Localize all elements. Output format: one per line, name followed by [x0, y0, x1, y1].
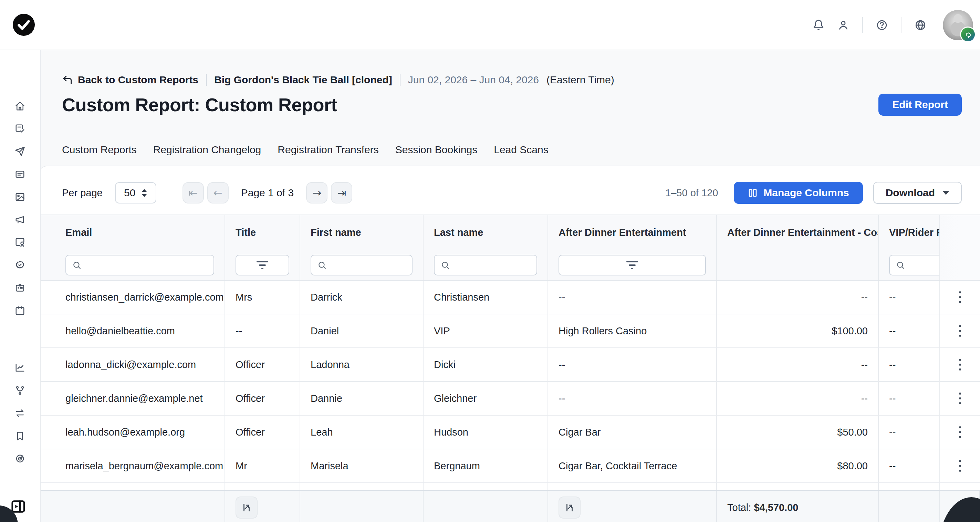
send-icon[interactable]	[15, 146, 25, 157]
cell-first-name: Daniel	[300, 314, 423, 347]
cell-first-name: Marisela	[300, 449, 423, 482]
vip-rider-search-field[interactable]	[909, 259, 940, 271]
page-title: Custom Report: Custom Report	[62, 94, 337, 115]
next-page-button[interactable]: →	[306, 182, 328, 204]
breadcrumb-divider	[400, 74, 401, 86]
title-filter-dropdown[interactable]	[235, 255, 289, 275]
email-search-field[interactable]	[85, 259, 207, 271]
prev-page-icon: ←	[213, 187, 223, 199]
badge-check-icon[interactable]	[15, 260, 25, 270]
tab-registration-transfers[interactable]: Registration Transfers	[278, 144, 379, 156]
manage-columns-label: Manage Columns	[764, 187, 849, 199]
back-link[interactable]: Back to Custom Reports	[62, 74, 198, 86]
column-header-entertainment-cost: After Dinner Entertainment - Cost	[717, 215, 879, 280]
table-row[interactable]: ladonna_dicki@example.com Officer Ladonn…	[41, 348, 980, 382]
cell-last-name: VIP	[423, 314, 548, 347]
checkmark-logo-icon	[13, 13, 35, 36]
app-logo[interactable]	[13, 13, 35, 36]
cell-last-name: Bergnaum	[423, 449, 548, 482]
table-toolbar: Per page 50 ⇤ ← Page 1 of 3 → ⇥ 1–50 of …	[41, 166, 980, 215]
total-label: Total:	[727, 502, 751, 513]
prev-page-button[interactable]: ←	[207, 182, 229, 204]
last-name-search-field[interactable]	[454, 259, 530, 271]
column-label: After Dinner Entertainment	[558, 227, 706, 238]
table-row[interactable]: hello@danielbeattie.com -- Daniel VIP Hi…	[41, 314, 980, 348]
row-menu-kebab-icon[interactable]	[956, 288, 964, 306]
tab-custom-reports[interactable]: Custom Reports	[62, 144, 137, 156]
manage-columns-button[interactable]: Manage Columns	[734, 182, 862, 204]
calendar-icon[interactable]	[15, 306, 25, 316]
card-list-icon[interactable]	[15, 169, 25, 180]
table-row-partial	[41, 483, 980, 490]
cell-entertainment: --	[548, 382, 717, 415]
entertainment-summary-button[interactable]	[558, 497, 581, 519]
nav-sidebar	[0, 50, 41, 522]
tab-registration-changelog[interactable]: Registration Changelog	[153, 144, 261, 156]
row-menu-kebab-icon[interactable]	[956, 457, 964, 475]
cell-email: ladonna_dicki@example.com	[41, 348, 225, 381]
table-row[interactable]: marisela_bergnaum@example.com Mr Marisel…	[41, 449, 980, 483]
row-menu-kebab-icon[interactable]	[956, 321, 964, 340]
last-name-filter-input[interactable]	[434, 255, 537, 275]
table-row[interactable]: leah.hudson@example.org Officer Leah Hud…	[41, 415, 980, 449]
cell-title: Officer	[225, 348, 300, 381]
megaphone-icon[interactable]	[15, 215, 25, 225]
email-filter-input[interactable]	[65, 255, 214, 275]
edit-report-button[interactable]: Edit Report	[878, 94, 962, 116]
first-name-search-field[interactable]	[331, 259, 406, 271]
certificates-icon[interactable]	[15, 237, 25, 248]
transfers-arrows-icon[interactable]	[15, 408, 25, 419]
cell-vip-rider: --	[879, 415, 940, 449]
help-icon[interactable]	[876, 19, 888, 31]
column-header-last-name: Last name	[423, 215, 548, 280]
cell-title: Officer	[225, 382, 300, 415]
registration-form-icon[interactable]	[15, 124, 25, 134]
cell-email: leah.hudson@example.org	[41, 415, 225, 449]
row-menu-kebab-icon[interactable]	[956, 355, 964, 374]
column-label: After Dinner Entertainment - Cost	[727, 227, 868, 238]
last-page-button[interactable]: ⇥	[331, 182, 352, 204]
first-name-filter-input[interactable]	[310, 255, 412, 275]
main-content: Back to Custom Reports Big Gordon's Blac…	[41, 50, 980, 522]
tab-session-bookings[interactable]: Session Bookings	[395, 144, 477, 156]
integrations-fork-icon[interactable]	[15, 385, 25, 396]
home-icon[interactable]	[15, 101, 25, 111]
cell-entertainment: High Rollers Casino	[548, 314, 717, 347]
pagination: ⇤ ← Page 1 of 3 → ⇥	[183, 182, 352, 204]
table-row[interactable]: gleichner.dannie@example.net Officer Dan…	[41, 382, 980, 415]
cell-entertainment-cost: --	[717, 281, 879, 314]
title-summary-button[interactable]	[235, 497, 258, 519]
column-label: First name	[310, 227, 412, 238]
download-button[interactable]: Download	[873, 182, 962, 204]
row-menu-kebab-icon[interactable]	[956, 389, 964, 408]
breadcrumb-divider	[206, 74, 207, 86]
row-menu-kebab-icon[interactable]	[956, 423, 964, 441]
account-user-icon[interactable]	[837, 19, 849, 31]
entertainment-filter-dropdown[interactable]	[558, 255, 706, 275]
event-dates: Jun 02, 2026 – Jun 04, 2026	[408, 74, 539, 86]
cell-email: marisela_bergnaum@example.com	[41, 449, 225, 482]
cell-last-name: Hudson	[423, 415, 548, 449]
cell-first-name: Dannie	[300, 382, 423, 415]
user-avatar[interactable]	[943, 10, 973, 40]
search-icon	[72, 261, 81, 270]
first-page-button[interactable]: ⇤	[183, 182, 204, 204]
breadcrumb: Back to Custom Reports Big Gordon's Blac…	[62, 73, 980, 87]
column-header-title: Title	[225, 215, 300, 280]
id-badge-icon[interactable]	[15, 283, 25, 293]
column-header-vip-rider: VIP/Rider Req	[879, 215, 940, 280]
cell-title: --	[225, 314, 300, 347]
image-icon[interactable]	[15, 192, 25, 202]
language-globe-icon[interactable]	[915, 19, 926, 31]
topbar-divider	[901, 17, 902, 33]
filter-icon	[256, 261, 268, 269]
bookmark-icon[interactable]	[15, 431, 25, 441]
cell-title: Officer	[225, 415, 300, 449]
tab-lead-scans[interactable]: Lead Scans	[494, 144, 548, 156]
per-page-select[interactable]: 50	[115, 182, 156, 204]
table-row[interactable]: christiansen_darrick@example.com Mrs Dar…	[41, 281, 980, 314]
analytics-chart-icon[interactable]	[15, 363, 25, 373]
notifications-bell-icon[interactable]	[813, 19, 824, 31]
goals-target-icon[interactable]	[15, 454, 25, 464]
vip-rider-filter-input[interactable]	[889, 255, 940, 275]
